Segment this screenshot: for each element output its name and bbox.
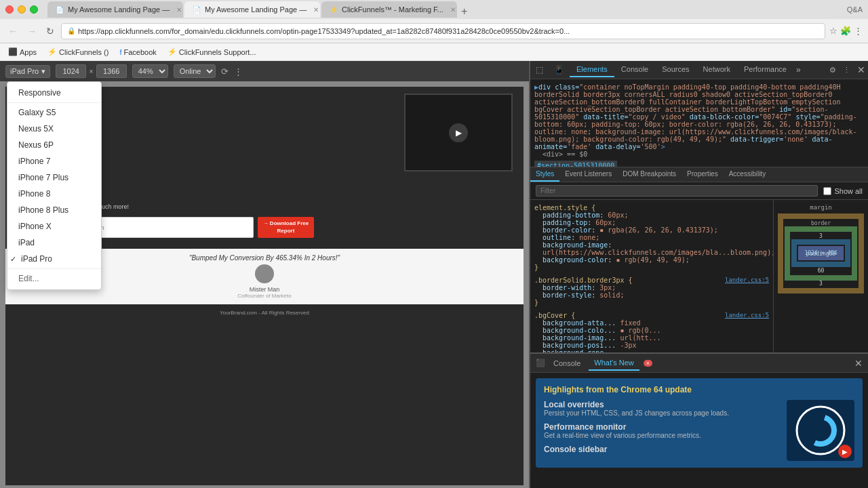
styles-filter-input[interactable] [536, 185, 818, 197]
bookmark-icon[interactable]: ☆ [829, 26, 837, 36]
tab2-close-icon[interactable]: ✕ [313, 6, 319, 14]
console-tab[interactable]: Console [548, 357, 586, 370]
dropdown-iphone-8-plus[interactable]: iPhone 8 Plus [7, 202, 101, 218]
css-link-bgcover[interactable]: lander.css:5 [725, 312, 769, 319]
style-tab-properties[interactable]: Properties [682, 167, 724, 182]
devtools-tabs: Elements Console Sources Network Perform… [570, 62, 804, 77]
facebook-icon: f [119, 48, 121, 56]
more-options-icon[interactable]: ⋮ [234, 66, 243, 77]
device-selector-label: iPad Pro [10, 67, 39, 75]
play-mini-button[interactable]: ▶ [838, 445, 852, 458]
devtools-close-icon[interactable]: ✕ [854, 62, 868, 78]
bookmark-facebook[interactable]: f Facebook [117, 47, 159, 58]
devtools-device-icon[interactable]: 📱 [549, 61, 570, 79]
css-rule-element: element.style { padding-bottom: 60px; pa… [534, 204, 769, 271]
styles-filter-row: Show all [530, 182, 868, 200]
css-rule-border-header: .borderSolid.border3px { lander.css:5 [534, 277, 769, 284]
border-bottom-value: 3 [785, 281, 857, 287]
forward-button[interactable]: → [24, 24, 39, 38]
tab-elements[interactable]: Elements [570, 62, 614, 77]
bookmark-clickfunnels[interactable]: ⚡ ClickFunnels () [45, 46, 111, 58]
tab-console[interactable]: Console [614, 62, 655, 77]
console-header: ⬛ Console What's New × ✕ [530, 354, 868, 373]
dropdown-nexus-6p[interactable]: Nexus 6P [7, 137, 101, 153]
traffic-lights [5, 5, 38, 14]
dropdown-iphone-7-plus[interactable]: iPhone 7 Plus [7, 169, 101, 186]
css-close-1: } [534, 264, 769, 271]
css-link-border[interactable]: lander.css:5 [725, 277, 769, 284]
play-button[interactable]: ▶ [449, 123, 468, 142]
devtools-settings-icon[interactable]: ⚙ [827, 63, 839, 77]
tab-sources[interactable]: Sources [655, 62, 696, 77]
devtools-inspect-icon[interactable]: ⬚ [530, 61, 549, 79]
tab1-close-icon[interactable]: ✕ [176, 6, 182, 14]
dropdown-iphone-8-plus-label: iPhone 8 Plus [18, 205, 68, 215]
height-input[interactable] [96, 64, 127, 78]
maximize-button[interactable] [30, 5, 38, 14]
menu-icon[interactable]: ⋮ [854, 26, 863, 36]
devtools-more-tabs-icon[interactable]: » [793, 62, 804, 77]
show-all-text: Show all [834, 187, 863, 195]
zoom-selector[interactable]: 44% [132, 64, 168, 78]
network-selector[interactable]: Online [174, 64, 216, 78]
browser-tab-3[interactable]: ⚡ ClickFunnels™ - Marketing F... ✕ [321, 1, 457, 18]
style-tab-event-listeners[interactable]: Event Listeners [559, 167, 617, 182]
devtools-vertical-dots-icon[interactable]: ⋮ [840, 63, 853, 77]
tab2-label: My Awesome Landing Page — [205, 5, 307, 14]
dropdown-iphone-x-label: iPhone X [18, 222, 52, 231]
dropdown-iphone-x[interactable]: iPhone X [7, 218, 101, 235]
close-button[interactable] [5, 5, 14, 14]
minimize-button[interactable] [18, 5, 26, 14]
style-tab-accessibility[interactable]: Accessibility [724, 167, 771, 182]
dimension-separator: × [89, 67, 93, 75]
dropdown-ipad[interactable]: iPad [7, 235, 101, 251]
browser-tab-1[interactable]: 📄 My Awesome Landing Page — ✕ [47, 1, 183, 18]
back-button[interactable]: ← [5, 24, 20, 38]
show-all-checkbox[interactable] [823, 187, 831, 195]
address-bar[interactable]: 🔒 https://app.clickfunnels.com/for_domai… [61, 23, 825, 39]
dropdown-nexus-5x-label: Nexus 5X [18, 124, 54, 134]
cf-icon: ⚡ [47, 47, 57, 56]
dropdown-iphone-8[interactable]: iPhone 8 [7, 186, 101, 202]
bookmark-cfsupport[interactable]: ⚡ ClickFunnels Support... [165, 46, 259, 58]
dimension-inputs: × [56, 64, 126, 78]
bookmark-apps[interactable]: ⬛ Apps [5, 46, 39, 58]
main-area: iPad Pro ▾ × 44% Online ⟳ ⋮ [0, 61, 868, 488]
extensions-icon[interactable]: 🧩 [840, 26, 851, 36]
console-drawer-icon[interactable]: ⬛ [536, 359, 545, 367]
dropdown-galaxy-s5[interactable]: Galaxy S5 [7, 104, 101, 121]
dropdown-responsive[interactable]: Responsive [7, 85, 101, 101]
dropdown-ipad-pro-label: iPad Pro [21, 254, 52, 264]
device-selector[interactable]: iPad Pro ▾ [5, 65, 50, 78]
dropdown-nexus-5x[interactable]: Nexus 5X [7, 121, 101, 137]
console-close-icon[interactable]: ✕ [854, 358, 863, 369]
reload-button[interactable]: ↻ [43, 24, 57, 38]
new-tab-button[interactable]: + [458, 5, 470, 18]
dropdown-iphone-7[interactable]: iPhone 7 [7, 153, 101, 169]
tab-network[interactable]: Network [696, 62, 737, 77]
css-rule-bgcover-header: .bgCover { lander.css:5 [534, 312, 769, 319]
dropdown-ipad-pro[interactable]: iPad Pro [7, 251, 101, 267]
selected-element-badge[interactable]: #section-5015310000 [534, 161, 617, 167]
console-card-content: Local overrides Persist your HTML, CSS, … [544, 400, 854, 461]
css-prop-bg-1: background-atta... fixed [542, 319, 769, 327]
sync-icon[interactable]: ⟳ [221, 66, 229, 77]
devtools-header: ⬚ 📱 Elements Console Sources Network Per… [530, 61, 868, 79]
dropdown-edit[interactable]: Edit... [7, 270, 101, 287]
whats-new-tab[interactable]: What's New [589, 356, 639, 371]
browser-tab-2[interactable]: 📄 My Awesome Landing Page — ✕ [184, 1, 320, 18]
box-margin: border 3 padding60 1024 × 464 60 3 [778, 214, 864, 293]
dropdown-nexus-6p-label: Nexus 6P [18, 140, 54, 150]
tab3-close-icon[interactable]: ✕ [450, 6, 456, 14]
width-input[interactable] [56, 64, 86, 78]
style-tab-dom-breakpoints[interactable]: DOM Breakpoints [617, 167, 682, 182]
page-preview: iPad Pro ▾ × 44% Online ⟳ ⋮ [0, 61, 529, 488]
dropdown-ipad-label: iPad [18, 238, 35, 247]
border-value: 3 [791, 233, 850, 239]
style-tab-styles[interactable]: Styles [530, 167, 559, 182]
svg-point-0 [797, 407, 844, 454]
video-container: ▶ [404, 94, 513, 171]
css-selector-element: element.style { [534, 204, 769, 211]
download-button[interactable]: → Download FreeReport [258, 217, 315, 238]
tab-performance[interactable]: Performance [737, 62, 793, 77]
